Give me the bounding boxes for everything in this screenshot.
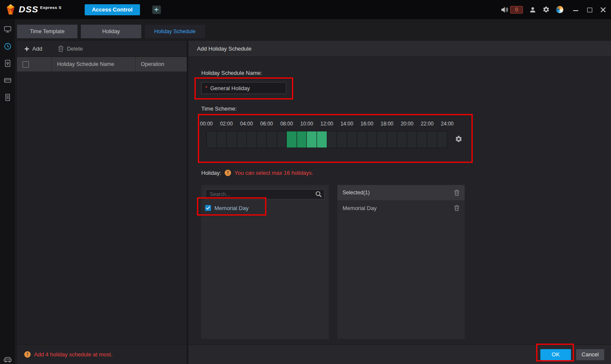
timeline-cell-selected[interactable]: [287, 131, 297, 148]
timeline-cell[interactable]: [387, 131, 397, 148]
timeline-cell[interactable]: [427, 131, 437, 148]
time-scheme-label: Time Scheme:: [201, 105, 237, 112]
search-box: [206, 189, 325, 199]
select-all-checkbox[interactable]: [23, 61, 29, 68]
timeline-tick-label: 16:00: [357, 121, 376, 127]
add-button[interactable]: Add: [24, 46, 42, 52]
timeline-cell[interactable]: [357, 131, 367, 148]
timeline-tick-label: 06:00: [257, 121, 276, 127]
timeline-tick-label: 24:00: [438, 121, 457, 127]
holiday-schedule-name-input[interactable]: [201, 82, 286, 94]
ok-button[interactable]: OK: [540, 349, 571, 360]
holiday-options-panel: Memorial Day: [201, 185, 329, 339]
table-body-empty: [17, 72, 187, 344]
timeline-cell[interactable]: [247, 131, 257, 148]
add-button-label: Add: [32, 46, 42, 52]
user-icon[interactable]: [529, 6, 536, 13]
timeline-cell-selected[interactable]: [307, 131, 317, 148]
timeline-settings-gear-icon[interactable]: [455, 135, 463, 143]
column-operation: Operation: [135, 57, 187, 71]
timeline-tick-label: 04:00: [237, 121, 256, 127]
column-holiday-schedule-name: Holiday Schedule Name: [52, 61, 135, 67]
timeline-cell[interactable]: [347, 131, 357, 148]
plus-icon: [24, 46, 29, 51]
remove-item-trash-icon[interactable]: [454, 205, 460, 211]
list-footer: ! Add 4 holiday schedule at most.: [17, 344, 187, 364]
holiday-option-memorial-day[interactable]: Memorial Day: [201, 202, 329, 214]
timeline-cell[interactable]: [397, 131, 407, 148]
holiday-limit-warning: You can select max 16 holidays.: [234, 170, 313, 176]
titlebar-right-controls: 0: [501, 6, 606, 14]
checked-checkbox-icon[interactable]: [205, 205, 211, 211]
form-footer: OK Cancel: [188, 344, 611, 364]
timeline-cell[interactable]: [437, 131, 447, 148]
timeline-cell-selected[interactable]: [297, 131, 307, 148]
table-header: Holiday Schedule Name Operation: [17, 57, 187, 71]
selected-header: Selected(1): [337, 185, 465, 200]
timeline-tick-label: 02:00: [217, 121, 236, 127]
tab-holiday[interactable]: Holiday: [81, 25, 141, 38]
timeline-cell-selected[interactable]: [317, 131, 327, 148]
timeline-tick-label: 00:00: [197, 121, 216, 127]
timeline-cell[interactable]: [237, 131, 247, 148]
timeline-tick-label: 22:00: [418, 121, 437, 127]
name-input-wrap: *: [201, 82, 286, 94]
minimize-button[interactable]: [573, 7, 579, 12]
timeline-cell[interactable]: [337, 131, 347, 148]
window-controls: [573, 7, 606, 12]
close-button[interactable]: [600, 7, 606, 12]
holiday-label: Holiday:: [201, 170, 221, 176]
vehicle-icon[interactable]: [3, 356, 12, 363]
list-limit-warning: Add 4 holiday schedule at most.: [34, 351, 112, 358]
select-all-cell: [17, 57, 52, 71]
monitor-icon[interactable]: [3, 25, 12, 34]
alarm-count-badge[interactable]: 0: [510, 6, 523, 14]
selected-item-label: Memorial Day: [343, 205, 377, 211]
new-tab-button[interactable]: [152, 6, 161, 14]
cancel-button[interactable]: Cancel: [576, 349, 604, 360]
speaker-icon[interactable]: [501, 6, 509, 13]
access-control-icon[interactable]: [3, 59, 12, 68]
delete-button-label: Delete: [67, 46, 83, 52]
selected-count-label: Selected(1): [343, 190, 370, 196]
timeline-cell[interactable]: [377, 131, 387, 148]
timeline-cell[interactable]: [227, 131, 237, 148]
search-icon[interactable]: [315, 191, 322, 197]
timeline-cell[interactable]: [257, 131, 267, 148]
selected-item-memorial-day: Memorial Day: [337, 200, 465, 216]
timeline-cell[interactable]: [207, 131, 217, 148]
tab-holiday-schedule[interactable]: Holiday Schedule: [145, 25, 205, 38]
timeline-cell[interactable]: [417, 131, 427, 148]
maximize-button[interactable]: [587, 7, 592, 12]
brand-name: DSS: [19, 4, 38, 15]
holiday-option-label: Memorial Day: [214, 205, 248, 211]
timeline-tick-label: 20:00: [398, 121, 417, 127]
timeline-tick-label: 12:00: [317, 121, 336, 127]
form-title: Add Holiday Schedule: [188, 41, 611, 57]
timeline-tick-label: 08:00: [277, 121, 296, 127]
settings-gear-icon[interactable]: [542, 6, 550, 13]
timeline-cell[interactable]: [407, 131, 417, 148]
search-input[interactable]: [206, 189, 325, 199]
delete-button[interactable]: Delete: [58, 46, 83, 52]
timeline-cell[interactable]: [217, 131, 227, 148]
clear-all-trash-icon[interactable]: [454, 190, 460, 196]
timeline-grid: [206, 131, 447, 148]
name-field-label: Holiday Schedule Name:: [201, 70, 262, 76]
status-orb-icon[interactable]: [556, 6, 563, 13]
timeline-cell[interactable]: [267, 131, 277, 148]
time-template-icon[interactable]: [3, 42, 12, 51]
titlebar: DSS Express S Access Control 0: [0, 0, 611, 19]
brand-suffix: Express S: [40, 5, 61, 10]
timeline-cell[interactable]: [327, 131, 337, 148]
tab-access-control[interactable]: Access Control: [85, 4, 140, 15]
timeline-cell[interactable]: [277, 131, 287, 148]
tab-time-template[interactable]: Time Template: [17, 25, 77, 38]
report-icon[interactable]: [3, 93, 12, 102]
timeline-cell[interactable]: [367, 131, 377, 148]
device-icon[interactable]: [3, 76, 12, 85]
required-mark: *: [205, 85, 207, 91]
selected-holidays-panel: Selected(1) Memorial Day: [337, 185, 465, 339]
warning-icon: !: [24, 351, 31, 358]
app-logo: DSS Express S: [4, 4, 62, 15]
